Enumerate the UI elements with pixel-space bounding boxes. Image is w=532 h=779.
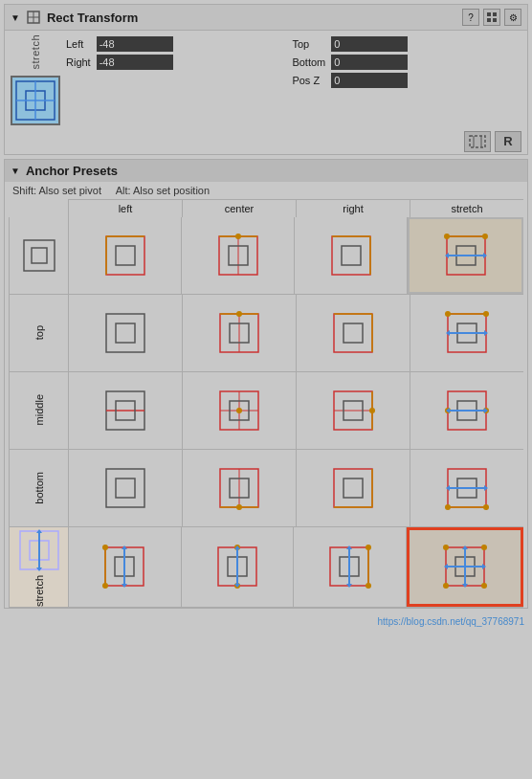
rect-transform-panel: ▼ Rect Transform ? ⚙ stretch [4,4,528,155]
svg-rect-4 [493,12,497,16]
cell-row-top-col4[interactable] [410,295,523,371]
row-stretch: stretch [5,527,527,608]
rect-transform-header: ▼ Rect Transform ? ⚙ [5,5,527,31]
svg-rect-41 [106,314,144,352]
stretch-row-icon [16,527,62,573]
cell-bottom-col4[interactable] [410,450,523,526]
svg-rect-20 [106,236,144,275]
svg-point-27 [235,234,241,239]
cell-stretch-col2[interactable] [182,527,295,607]
svg-rect-51 [344,323,363,343]
r-button[interactable]: R [495,131,521,152]
rt-bottom-icons: R [5,129,527,154]
svg-rect-3 [487,12,491,16]
cell-stretch-col1[interactable] [69,527,182,607]
cell-middle-col1[interactable] [69,372,183,449]
cell-bottom-col2[interactable] [183,450,297,526]
rt-fields-section: stretch [5,31,527,129]
svg-point-133 [481,583,487,589]
cell-top-stretch[interactable] [408,217,523,294]
row-bottom: bottom [5,450,527,527]
row-bottom-label: bottom [9,450,68,527]
top-row-container [5,217,527,295]
left-label: Left [66,36,91,52]
svg-rect-15 [470,136,485,147]
svg-point-66 [236,408,242,413]
svg-point-46 [236,311,242,317]
svg-point-131 [481,545,487,550]
svg-point-36 [482,234,488,239]
row-stretch-label-cell: stretch [9,527,68,608]
row-bottom-cells [68,450,523,527]
top-input[interactable] [331,36,408,52]
svg-rect-81 [106,469,144,507]
cell-stretch-stretch-selected[interactable] [407,527,524,607]
left-input[interactable] [97,36,173,52]
row-middle-cells [68,372,523,450]
watermark: https://blog.csdn.net/qq_37768971 [0,612,532,631]
col-header-left: left [69,200,183,217]
cell-row-top-col1[interactable] [69,295,183,371]
svg-point-94 [445,504,451,510]
cell-bottom-col3[interactable] [297,450,410,526]
row-top: top [5,295,527,372]
posz-label-spacer [66,73,91,88]
svg-point-55 [483,311,489,317]
row-middle-label: middle [9,372,68,450]
svg-rect-88 [334,469,372,507]
posz-input[interactable] [331,73,408,88]
help-button[interactable]: ? [462,9,479,26]
row-label-middle: middle [33,394,45,425]
svg-point-123 [366,545,371,550]
rt-header-icons: ? ⚙ [462,9,521,26]
cell-middle-col3[interactable] [297,372,410,449]
rt-anchor-icon[interactable] [11,76,60,125]
cell-stretch-col3[interactable] [294,527,407,607]
anchor-presets-subtitle: Shift: Also set pivot Alt: Also set posi… [5,182,527,199]
svg-point-86 [236,504,242,510]
col-headers-row: left center right stretch [5,199,527,217]
svg-point-95 [483,504,489,510]
svg-point-54 [445,311,451,317]
right-input[interactable] [97,55,173,70]
rect-transform-icon [26,10,41,25]
row-label-stretch: stretch [33,575,45,607]
layout-button[interactable] [483,9,500,26]
svg-rect-5 [487,18,491,22]
bottom-input[interactable] [331,55,408,70]
svg-rect-23 [116,246,135,265]
svg-rect-29 [332,236,370,275]
svg-rect-18 [24,240,55,271]
cell-row-top-col3[interactable] [297,295,410,371]
gear-button[interactable]: ⚙ [504,9,521,26]
svg-point-108 [102,583,108,589]
ap-arrow: ▼ [11,166,20,176]
svg-rect-6 [493,18,497,22]
svg-point-35 [444,234,450,239]
rect-transform-title: Rect Transform [47,11,462,25]
svg-point-124 [366,583,371,589]
cell-top-center[interactable] [182,217,295,294]
top-row-cells [68,217,523,295]
anchor-presets-title: Anchor Presets [26,164,118,178]
cell-middle-col2[interactable] [183,372,297,449]
svg-point-71 [369,408,375,413]
cell-middle-col4[interactable] [410,372,523,449]
top-row-empty-label [9,217,68,295]
svg-point-132 [443,583,449,589]
col-headers: left center right stretch [68,199,523,217]
bottom-label: Bottom [292,55,325,70]
col-header-center: center [183,200,297,217]
anchor-presets-header: ▼ Anchor Presets [5,160,527,182]
cell-top-left[interactable] [69,217,182,294]
svg-rect-32 [342,246,361,265]
rt-arrow: ▼ [11,12,20,23]
blueprint-button[interactable] [464,131,491,152]
svg-rect-91 [344,479,363,498]
row-top-label: top [9,295,68,372]
row-label-bottom: bottom [33,472,45,504]
cell-top-right[interactable] [295,217,408,294]
cell-bottom-col1[interactable] [69,450,183,526]
cell-row-top-col2[interactable] [183,295,297,371]
rt-stretch-label: stretch [30,34,41,70]
